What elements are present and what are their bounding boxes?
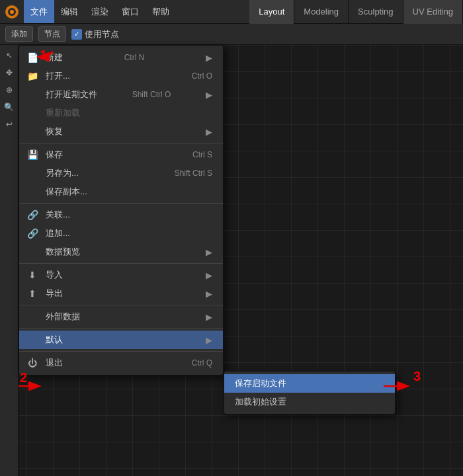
export-icon: ⬆ — [24, 288, 40, 299]
open-icon: 📁 — [24, 71, 40, 81]
append-icon: 🔗 — [24, 228, 40, 239]
quit-label: 退出 — [46, 357, 63, 369]
external-data-label: 外部数据 — [46, 311, 80, 323]
defaults-submenu: 保存启动文件 加载初始设置 — [224, 371, 396, 415]
link-icon: 🔗 — [24, 210, 40, 220]
sep3 — [19, 263, 223, 264]
menu-help[interactable]: 帮助 — [146, 0, 176, 23]
menu-reload: 重新加载 — [19, 104, 223, 122]
reload-label: 重新加载 — [46, 107, 80, 119]
sep2 — [19, 203, 223, 204]
save-startup-file[interactable]: 保存启动文件 — [224, 374, 395, 393]
menu-render[interactable]: 渲染 — [85, 0, 115, 23]
menu-edit[interactable]: 编辑 — [54, 0, 85, 23]
data-preview-label: 数据预览 — [46, 246, 80, 258]
open-label: 打开... — [46, 70, 70, 82]
menu-data-preview[interactable]: 数据预览 ▶ — [19, 243, 223, 261]
new-arrow: ▶ — [206, 53, 212, 63]
import-arrow: ▶ — [206, 270, 212, 280]
menu-new[interactable]: 📄 新建 Ctrl N ▶ — [19, 48, 223, 67]
new-shortcut: Ctrl N — [124, 53, 145, 62]
save-as-shortcut: Shift Ctrl S — [175, 169, 212, 178]
add-icon[interactable]: ⊕ — [1, 82, 17, 98]
link-label: 关联... — [46, 209, 70, 221]
save-as-label: 另存为... — [46, 167, 79, 179]
export-arrow: ▶ — [206, 289, 212, 299]
open-shortcut: Ctrl O — [192, 71, 212, 81]
top-bar: 文件 编辑 渲染 窗口 帮助 Layout Modeling Sculpting… — [0, 0, 463, 24]
tab-modeling[interactable]: Modeling — [294, 0, 349, 24]
menu-file[interactable]: 文件 — [24, 0, 54, 23]
zoom-icon[interactable]: 🔍 — [1, 99, 17, 115]
add-button[interactable]: 添加 — [5, 26, 33, 42]
menu-import[interactable]: ⬇ 导入 ▶ — [19, 266, 223, 284]
menu-window[interactable]: 窗口 — [115, 0, 146, 23]
svg-point-2 — [10, 10, 14, 14]
new-icon: 📄 — [24, 52, 40, 63]
quit-shortcut: Ctrl Q — [192, 358, 212, 368]
menu-link[interactable]: 🔗 关联... — [19, 206, 223, 224]
open-recent-arrow: ▶ — [206, 90, 212, 100]
defaults-label: 默认 — [46, 334, 63, 346]
tab-uv-editing[interactable]: UV Editing — [403, 0, 463, 24]
menu-save-copy[interactable]: 保存副本... — [19, 182, 223, 201]
open-recent-label: 打开近期文件 — [46, 89, 97, 100]
menu-recover[interactable]: 恢复 ▶ — [19, 122, 223, 141]
export-label: 导出 — [46, 288, 63, 299]
recover-label: 恢复 — [46, 126, 63, 138]
menu-export[interactable]: ⬆ 导出 ▶ — [19, 284, 223, 303]
load-factory-settings[interactable]: 加载初始设置 — [224, 393, 395, 411]
sep6 — [19, 351, 223, 352]
menu-append[interactable]: 🔗 追加... — [19, 224, 223, 243]
menu-save-as[interactable]: 另存为... Shift Ctrl S — [19, 164, 223, 182]
save-label: 保存 — [46, 149, 63, 161]
side-icons-panel: ↖ ✥ ⊕ 🔍 ↩ — [0, 45, 19, 476]
file-menu: 📄 新建 Ctrl N ▶ 📁 打开... Ctrl O 打开近期文件 Shif… — [19, 45, 224, 376]
import-icon: ⬇ — [24, 270, 40, 280]
external-data-arrow: ▶ — [206, 312, 212, 322]
tab-layout[interactable]: Layout — [249, 0, 294, 24]
sep5 — [19, 328, 223, 329]
open-recent-shortcut: Shift Ctrl O — [132, 90, 171, 99]
defaults-arrow: ▶ — [206, 335, 212, 345]
menu-external-data[interactable]: 外部数据 ▶ — [19, 307, 223, 326]
cursor-icon[interactable]: ↖ — [1, 48, 17, 63]
blender-logo[interactable] — [0, 0, 24, 24]
sep4 — [19, 305, 223, 305]
use-nodes-checkbox[interactable]: ✓ 使用节点 — [71, 28, 119, 40]
menu-defaults[interactable]: 默认 ▶ — [19, 331, 223, 349]
menu-open[interactable]: 📁 打开... Ctrl O — [19, 67, 223, 85]
append-label: 追加... — [46, 227, 70, 239]
save-icon: 💾 — [24, 149, 40, 160]
import-label: 导入 — [46, 269, 63, 281]
move-icon[interactable]: ✥ — [1, 65, 17, 81]
save-shortcut: Ctrl S — [192, 150, 212, 159]
sep1 — [19, 143, 223, 143]
tab-sculpting[interactable]: Sculpting — [349, 0, 403, 24]
menu-open-recent[interactable]: 打开近期文件 Shift Ctrl O ▶ — [19, 85, 223, 104]
undo-icon[interactable]: ↩ — [1, 116, 17, 132]
menu-save[interactable]: 💾 保存 Ctrl S — [19, 145, 223, 164]
quit-icon: ⏻ — [24, 358, 40, 368]
main-area: ↖ ✥ ⊕ 🔍 ↩ 📄 新建 Ctrl N ▶ 📁 打开... Ctrl O — [0, 45, 463, 476]
save-copy-label: 保存副本... — [46, 186, 87, 198]
checkbox-icon: ✓ — [71, 29, 82, 40]
use-nodes-label: 使用节点 — [85, 28, 119, 40]
node-button[interactable]: 节点 — [38, 26, 66, 42]
data-preview-arrow: ▶ — [206, 247, 212, 257]
second-bar: 添加 节点 ✓ 使用节点 — [0, 24, 463, 45]
menu-quit[interactable]: ⏻ 退出 Ctrl Q — [19, 354, 223, 372]
workspace-tabs: Layout Modeling Sculpting UV Editing — [249, 0, 463, 24]
new-label: 新建 — [46, 52, 63, 63]
recover-arrow: ▶ — [206, 127, 212, 137]
menu-bar: 文件 编辑 渲染 窗口 帮助 — [24, 0, 176, 23]
